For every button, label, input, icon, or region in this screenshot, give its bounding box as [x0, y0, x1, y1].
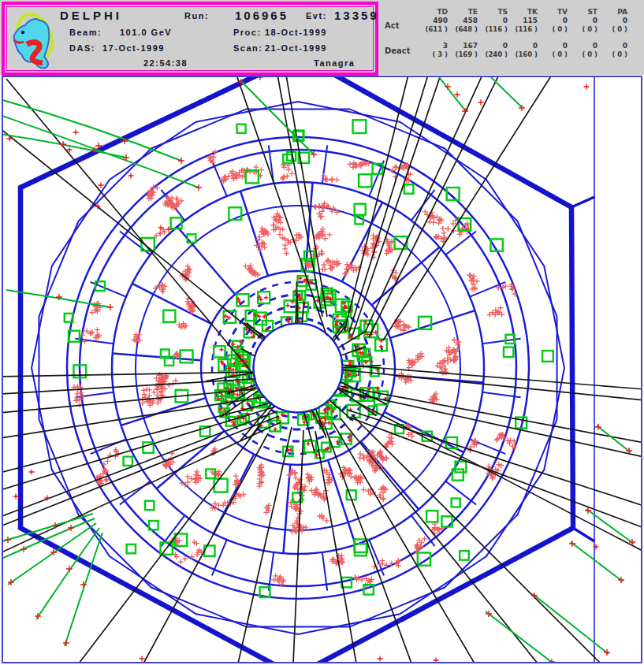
logo-eye: [21, 31, 24, 34]
run-label: Run:: [184, 11, 209, 20]
app-title: DELPHI: [60, 9, 122, 22]
status-value: 0: [481, 17, 511, 25]
status-total: ( 0 ): [541, 25, 571, 34]
event-display: [0, 0, 644, 665]
beam-pipe: [255, 325, 341, 411]
scan-label: Scan:: [233, 43, 262, 53]
status-col-header: TV: [541, 8, 571, 17]
status-value: 0: [601, 17, 631, 25]
evt-value: 13359: [334, 9, 379, 22]
status-value: 115: [511, 17, 541, 25]
beam-label: Beam:: [69, 28, 102, 37]
header-strip: DELPHI Run: 106965 Evt: 13359 Beam: 101.…: [0, 0, 644, 75]
status-row-label: Deact: [385, 46, 421, 55]
status-total: (116 ): [511, 25, 541, 34]
status-value: 0: [541, 42, 571, 50]
delphi-logo: [9, 8, 58, 71]
status-col-header: TE: [451, 8, 481, 17]
time-value: 22:54:38: [143, 58, 188, 68]
status-total: ( 3 ): [421, 50, 451, 59]
status-col-header: TK: [511, 8, 541, 17]
detector-status-table: TDTETSTKTVSTPAAct4904580115000(611 )(648…: [385, 8, 631, 67]
run-value: 106965: [235, 9, 288, 22]
scan-value: 21-Oct-1999: [265, 43, 327, 53]
status-total: ( 0 ): [541, 50, 571, 59]
status-total: (116 ): [481, 25, 511, 34]
status-total: ( 0 ): [601, 25, 631, 34]
proc-value: 18-Oct-1999: [265, 28, 327, 37]
status-col-header: TD: [421, 8, 451, 17]
status-total: (611 ): [421, 25, 451, 34]
status-total: (160 ): [511, 50, 541, 59]
delphi-info-box: DELPHI Run: 106965 Evt: 13359 Beam: 101.…: [2, 2, 378, 76]
tag-value: Tanagra: [314, 58, 355, 68]
proc-label: Proc:: [233, 28, 262, 37]
status-value: 167: [451, 42, 481, 50]
status-row-label: Act: [385, 21, 421, 30]
status-value: 0: [511, 42, 541, 50]
status-gap: [385, 34, 631, 42]
das-label: DAS:: [69, 43, 95, 53]
status-value: 0: [571, 42, 601, 50]
status-total: ( 0 ): [571, 50, 601, 59]
status-col-header: ST: [571, 8, 601, 17]
das-value: 17-Oct-1999: [102, 43, 165, 53]
status-total: (169 ): [451, 50, 481, 59]
status-gap: [385, 59, 631, 67]
status-value: 458: [451, 17, 481, 25]
status-value: 3: [421, 42, 451, 50]
status-value: 0: [541, 17, 571, 25]
status-col-header: PA: [601, 8, 631, 17]
status-value: 0: [571, 17, 601, 25]
beam-value: 101.0 GeV: [120, 28, 172, 37]
evt-label: Evt:: [306, 11, 327, 20]
status-col-header: TS: [481, 8, 511, 17]
status-total: ( 0 ): [601, 50, 631, 59]
status-value: 0: [601, 42, 631, 50]
status-value: 0: [481, 42, 511, 50]
delphi-event-display-window: DELPHI Run: 106965 Evt: 13359 Beam: 101.…: [0, 0, 644, 665]
status-total: ( 0 ): [571, 25, 601, 34]
status-total: (240 ): [481, 50, 511, 59]
status-value: 490: [421, 17, 451, 25]
status-total: (648 ): [451, 25, 481, 34]
